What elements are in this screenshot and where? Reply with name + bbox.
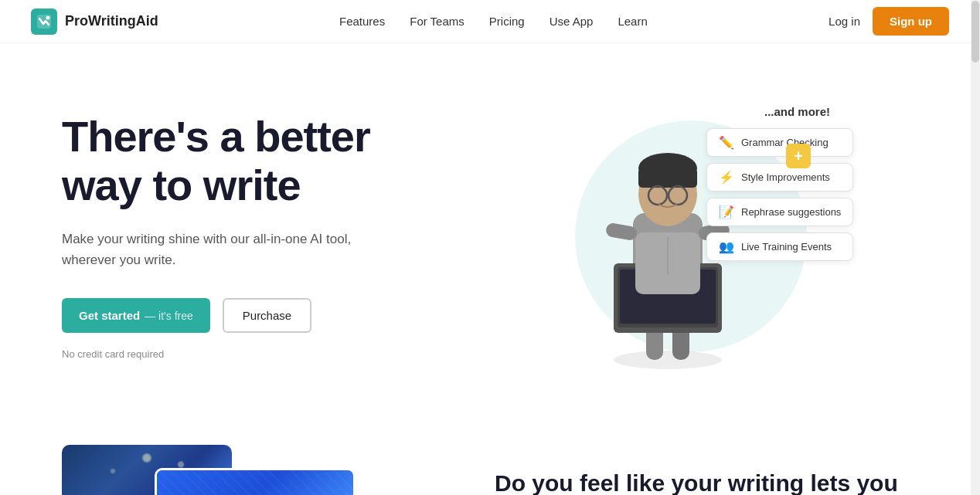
navigation: ProWritingAid Features For Teams Pricing… bbox=[0, 0, 980, 43]
login-button[interactable]: Log in bbox=[829, 15, 860, 28]
hero-title: There's a better way to write bbox=[62, 113, 464, 209]
feature-card-rephrase: 📝 Rephrase suggestions bbox=[706, 198, 853, 226]
blue-pattern-image: My idea in my head bbox=[155, 468, 356, 495]
feature-card-grammar: ✏️ Grammar Checking bbox=[706, 128, 853, 157]
section2-right: Do you feel like your writing lets you d… bbox=[495, 445, 918, 495]
nav-item-for-teams[interactable]: For Teams bbox=[410, 15, 464, 28]
scrollbar-thumb[interactable] bbox=[971, 1, 979, 63]
svg-rect-12 bbox=[605, 222, 638, 242]
get-started-button[interactable]: Get started— it's free bbox=[62, 298, 210, 333]
nav-links: Features For Teams Pricing Use App Learn bbox=[339, 15, 648, 29]
nav-item-learn[interactable]: Learn bbox=[618, 15, 647, 28]
nav-actions: Log in Sign up bbox=[829, 7, 949, 36]
no-credit-card-text: No credit card required bbox=[62, 348, 464, 360]
hero-right: ...and more! + bbox=[464, 90, 918, 383]
hero-left: There's a better way to write Make your … bbox=[62, 113, 464, 360]
hero-section: There's a better way to write Make your … bbox=[0, 43, 980, 414]
hero-buttons: Get started— it's free Purchase bbox=[62, 298, 464, 333]
logo-link[interactable]: ProWritingAid bbox=[31, 8, 158, 35]
svg-point-1 bbox=[46, 15, 50, 19]
svg-rect-8 bbox=[638, 168, 697, 188]
style-icon: ⚡ bbox=[718, 170, 735, 185]
nav-item-pricing[interactable]: Pricing bbox=[489, 15, 525, 28]
training-icon: 👥 bbox=[718, 239, 735, 254]
nav-item-features[interactable]: Features bbox=[339, 15, 385, 28]
grammar-icon: ✏️ bbox=[718, 135, 735, 150]
feature-card-training: 👥 Live Training Events bbox=[706, 232, 853, 261]
feature-cards-container: ✏️ Grammar Checking ⚡ Style Improvements… bbox=[706, 128, 853, 261]
feature-card-style: ⚡ Style Improvements bbox=[706, 163, 853, 192]
brand-name: ProWritingAid bbox=[65, 13, 158, 29]
section2-title: Do you feel like your writing lets you d… bbox=[495, 468, 918, 495]
page-scrollbar[interactable] bbox=[971, 0, 980, 495]
section2-left: My idea in my head bbox=[62, 445, 448, 495]
and-more-label: ...and more! bbox=[764, 105, 830, 118]
hero-subtitle: Make your writing shine with our all-in-… bbox=[62, 229, 371, 270]
hero-illustration: ...and more! + bbox=[544, 97, 838, 375]
plus-badge: + bbox=[786, 144, 811, 168]
image-stack: My idea in my head bbox=[62, 445, 356, 495]
purchase-button[interactable]: Purchase bbox=[223, 298, 311, 333]
signup-button[interactable]: Sign up bbox=[873, 7, 949, 36]
svg-point-2 bbox=[614, 351, 722, 369]
section2: My idea in my head Do you feel like your… bbox=[0, 414, 980, 495]
logo-icon bbox=[31, 8, 57, 35]
nav-item-use-app[interactable]: Use App bbox=[550, 15, 594, 28]
rephrase-icon: 📝 bbox=[718, 205, 735, 219]
